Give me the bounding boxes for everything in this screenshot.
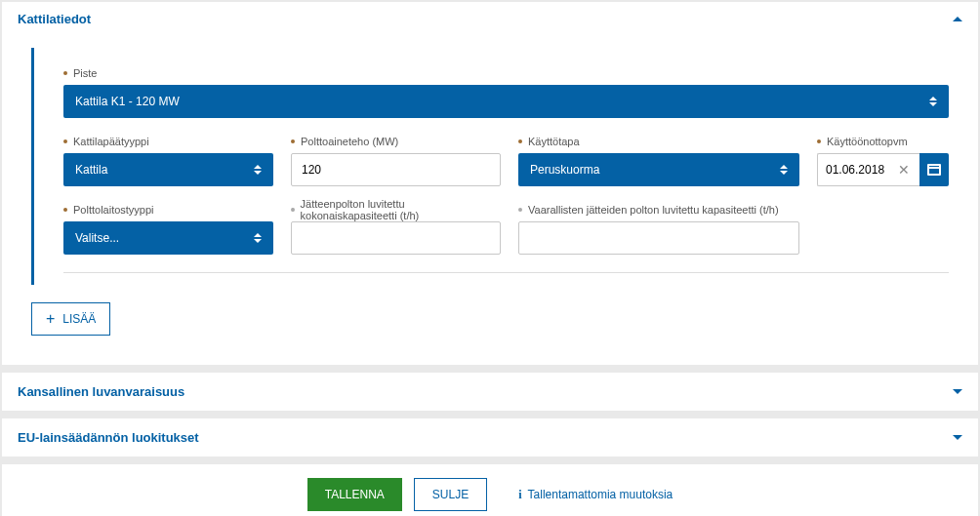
- label-piste: Piste: [73, 67, 97, 79]
- input-jatteenpolton[interactable]: [291, 221, 501, 255]
- panel-title: Kattilatiedot: [18, 12, 91, 26]
- chevron-down-icon: [953, 389, 962, 394]
- required-indicator: [63, 208, 67, 212]
- field-polttolaitostyyppi: Polttolaitostyyppi Valitse...: [63, 202, 273, 255]
- panel-header-kattilatiedot[interactable]: Kattilatiedot: [2, 2, 978, 36]
- unsaved-status: i Tallentamattomia muutoksia: [518, 488, 673, 502]
- required-indicator: [817, 139, 821, 143]
- required-indicator: [291, 139, 295, 143]
- label-polttoaineteho: Polttoaineteho (MW): [301, 136, 398, 147]
- select-polttolaitostyyppi[interactable]: Valitse...: [63, 221, 273, 255]
- label-polttolaitostyyppi: Polttolaitostyyppi: [73, 204, 154, 216]
- plus-icon: +: [46, 311, 55, 327]
- field-kattilapaatyyppi: Kattilapäätyyppi Kattila: [63, 134, 273, 186]
- select-kattilapaatyyppi[interactable]: Kattila: [63, 153, 273, 186]
- add-button-label: LISÄÄ: [62, 312, 96, 326]
- footer-bar: TALLENNA SULJE i Tallentamattomia muutok…: [2, 464, 978, 516]
- spacer: [817, 202, 949, 255]
- calendar-icon: [927, 164, 941, 176]
- add-button[interactable]: + LISÄÄ: [31, 302, 110, 336]
- select-kayttotapa-value: Peruskuorma: [530, 163, 599, 177]
- chevron-down-icon: [953, 435, 962, 440]
- select-polttolaitostyyppi-value: Valitse...: [75, 231, 119, 245]
- panel-body: Piste Kattila K1 - 120 MW Kattilapäätyyp…: [2, 36, 978, 365]
- divider: [63, 272, 949, 273]
- field-kayttotapa: Käyttötapa Peruskuorma: [518, 134, 799, 186]
- label-kayttoonottopvm: Käyttöönottopvm: [827, 136, 908, 147]
- select-arrows-icon: [929, 97, 937, 106]
- chevron-up-icon: [953, 17, 962, 21]
- select-arrows-icon: [254, 233, 262, 243]
- field-vaarallisten: Vaarallisten jätteiden polton luvitettu …: [518, 202, 799, 255]
- label-kattilapaatyyppi: Kattilapäätyyppi: [73, 136, 149, 147]
- input-vaarallisten[interactable]: [518, 221, 799, 255]
- status-text: Tallentamattomia muutoksia: [528, 488, 674, 501]
- label-kayttotapa: Käyttötapa: [528, 136, 580, 147]
- select-kattilapaatyyppi-value: Kattila: [75, 163, 107, 177]
- field-kayttoonottopvm: Käyttöönottopvm ✕: [817, 134, 949, 186]
- panel-header-eu[interactable]: EU-lainsäädännön luokitukset: [2, 418, 978, 456]
- select-arrows-icon: [254, 165, 262, 175]
- calendar-button[interactable]: [919, 153, 949, 186]
- field-piste: Piste Kattila K1 - 120 MW: [63, 65, 949, 118]
- form-section: Piste Kattila K1 - 120 MW Kattilapäätyyp…: [31, 48, 949, 285]
- select-arrows-icon: [780, 165, 788, 175]
- label-vaarallisten: Vaarallisten jätteiden polton luvitettu …: [528, 204, 779, 216]
- field-jatteenpolton: Jätteenpolton luvitettu kokonaiskapasite…: [291, 202, 501, 255]
- panel-kattilatiedot: Kattilatiedot Piste Kattila K1 - 120 MW …: [2, 2, 978, 365]
- select-kayttotapa[interactable]: Peruskuorma: [518, 153, 799, 186]
- select-piste[interactable]: Kattila K1 - 120 MW: [63, 85, 949, 118]
- label-jatteenpolton: Jätteenpolton luvitettu kokonaiskapasite…: [301, 198, 501, 221]
- date-input-wrap: ✕: [817, 153, 919, 186]
- clear-date-button[interactable]: ✕: [896, 163, 912, 177]
- input-kayttoonottopvm[interactable]: [826, 163, 888, 177]
- panel-title: EU-lainsäädännön luokitukset: [18, 430, 199, 445]
- info-icon: i: [518, 488, 521, 502]
- field-polttoaineteho: Polttoaineteho (MW): [291, 134, 501, 186]
- optional-indicator: [291, 208, 295, 212]
- panel-header-kansallinen[interactable]: Kansallinen luvanvaraisuus: [2, 373, 978, 411]
- close-button[interactable]: SULJE: [414, 478, 487, 511]
- required-indicator: [63, 139, 67, 143]
- required-indicator: [518, 139, 522, 143]
- panel-title: Kansallinen luvanvaraisuus: [18, 384, 184, 399]
- required-indicator: [63, 71, 67, 75]
- select-piste-value: Kattila K1 - 120 MW: [75, 95, 180, 108]
- save-button[interactable]: TALLENNA: [307, 478, 402, 511]
- input-polttoaineteho[interactable]: [291, 153, 501, 186]
- optional-indicator: [518, 208, 522, 212]
